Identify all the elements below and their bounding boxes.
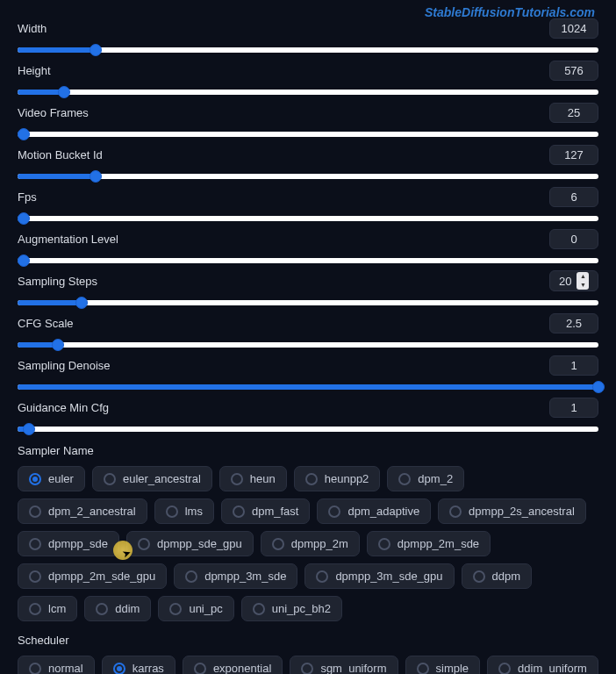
sampling_steps-stepper[interactable]: ▲▼ — [577, 272, 589, 290]
sampler-option-ddpm[interactable]: ddpm — [462, 563, 533, 589]
radio-dot-icon — [305, 473, 318, 485]
scheduler-label: Scheduler — [18, 634, 598, 647]
radio-dot-icon — [316, 570, 328, 583]
sampler-option-dpmpp_2m_sde_gpu[interactable]: dpmpp_2m_sde_gpu — [18, 563, 167, 589]
sampling_denoise-label: Sampling Denoise — [18, 359, 111, 372]
radio-dot-icon — [378, 538, 390, 550]
scheduler-radio-group: normalkarrasexponentialsgm_uniformsimple… — [18, 656, 598, 674]
radio-dot-icon — [194, 663, 206, 675]
sampler-option-ddim[interactable]: ddim — [84, 596, 151, 621]
guidance_min_cfg-label: Guidance Min Cfg — [18, 401, 109, 414]
scheduler-option-normal[interactable]: normal — [18, 656, 95, 674]
sampler-option-dpmpp_sde[interactable]: dpmpp_sde — [18, 531, 119, 556]
sampler-option-dpmpp_3m_sde[interactable]: dpmpp_3m_sde — [174, 563, 297, 589]
height-value[interactable]: 576 — [549, 61, 598, 81]
cfg_scale-label: CFG Scale — [18, 317, 74, 330]
radio-dot-icon — [185, 570, 197, 583]
motion_bucket-value[interactable]: 127 — [549, 145, 598, 165]
sampling_steps-value[interactable]: 20▲▼ — [549, 270, 598, 291]
cfg_scale-value[interactable]: 2.5 — [549, 313, 598, 333]
radio-dot-icon — [231, 473, 243, 485]
radio-dot-icon — [29, 473, 41, 485]
height-slider[interactable] — [18, 90, 598, 95]
radio-dot-icon — [272, 538, 284, 550]
radio-dot-icon — [138, 538, 150, 550]
sampler-option-lcm[interactable]: lcm — [18, 596, 77, 621]
cfg_scale-slider[interactable] — [18, 342, 598, 348]
watermark: StableDiffusionTutorials.com — [425, 5, 595, 19]
sampler-radio-group: eulereuler_ancestralheunheunpp2dpm_2dpm_… — [18, 466, 598, 621]
sampler-option-dpm_fast[interactable]: dpm_fast — [221, 498, 310, 524]
fps-row: Fps6 — [18, 186, 598, 221]
radio-dot-icon — [417, 663, 429, 675]
scheduler-option-simple[interactable]: simple — [405, 656, 481, 674]
sampler-option-dpm_adaptive[interactable]: dpm_adaptive — [317, 498, 431, 524]
sampler-option-uni_pc[interactable]: uni_pc — [158, 596, 233, 621]
width-label: Width — [18, 22, 47, 35]
fps-slider[interactable] — [18, 216, 598, 221]
aug_level-label: Augmentation Level — [18, 233, 118, 246]
motion_bucket-slider[interactable] — [18, 174, 598, 179]
motion_bucket-row: Motion Bucket Id127 — [18, 144, 598, 179]
scheduler-option-sgm_uniform[interactable]: sgm_uniform — [290, 656, 398, 674]
scheduler-option-karras[interactable]: karras — [102, 656, 175, 674]
radio-dot-icon — [169, 603, 182, 615]
sampler-option-dpmpp_2m_sde[interactable]: dpmpp_2m_sde — [367, 531, 491, 556]
scheduler-option-exponential[interactable]: exponential — [183, 656, 283, 674]
sampler-option-dpmpp_2m[interactable]: dpmpp_2m — [261, 531, 360, 556]
width-slider[interactable] — [18, 47, 598, 53]
sampling_steps-label: Sampling Steps — [18, 275, 97, 288]
radio-dot-icon — [113, 663, 125, 675]
guidance_min_cfg-slider[interactable] — [18, 427, 598, 432]
sampler-name-label: Sampler Name — [18, 444, 598, 457]
aug_level-slider[interactable] — [18, 258, 598, 263]
sampler-option-dpmpp_3m_sde_gpu[interactable]: dpmpp_3m_sde_gpu — [304, 563, 454, 589]
video_frames-value[interactable]: 25 — [549, 103, 598, 123]
radio-dot-icon — [29, 570, 41, 583]
motion_bucket-label: Motion Bucket Id — [18, 148, 103, 161]
sampler-option-dpmpp_2s_ancestral[interactable]: dpmpp_2s_ancestral — [438, 498, 586, 524]
cfg_scale-row: CFG Scale2.5 — [18, 312, 598, 348]
radio-dot-icon — [96, 603, 108, 615]
sampling_denoise-value[interactable]: 1 — [549, 355, 598, 376]
sampling_denoise-slider[interactable] — [18, 384, 598, 390]
sampler-option-heunpp2[interactable]: heunpp2 — [294, 466, 381, 491]
radio-dot-icon — [29, 506, 41, 518]
sampler-option-euler_ancestral[interactable]: euler_ancestral — [92, 466, 212, 491]
sampler-option-dpmpp_sde_gpu[interactable]: dpmpp_sde_gpu — [126, 531, 254, 556]
radio-dot-icon — [253, 603, 265, 615]
radio-dot-icon — [473, 570, 485, 583]
aug_level-value[interactable]: 0 — [549, 229, 598, 249]
radio-dot-icon — [166, 506, 178, 518]
fps-value[interactable]: 6 — [549, 187, 598, 207]
guidance_min_cfg-row: Guidance Min Cfg1 — [18, 397, 598, 432]
sampling_steps-slider[interactable] — [18, 300, 598, 305]
radio-dot-icon — [29, 603, 41, 615]
radio-dot-icon — [29, 538, 41, 550]
sampling_steps-row: Sampling Steps20▲▼ — [18, 270, 598, 305]
height-label: Height — [18, 64, 51, 77]
radio-dot-icon — [328, 506, 340, 518]
sampler-option-dpm_2_ancestral[interactable]: dpm_2_ancestral — [18, 498, 147, 524]
height-row: Height576 — [18, 60, 598, 95]
video_frames-row: Video Frames25 — [18, 102, 598, 137]
radio-dot-icon — [104, 473, 116, 485]
radio-dot-icon — [398, 473, 411, 485]
video_frames-slider[interactable] — [18, 132, 598, 137]
radio-dot-icon — [498, 663, 511, 675]
sampler-option-heun[interactable]: heun — [219, 466, 287, 491]
scheduler-option-ddim_uniform[interactable]: ddim_uniform — [487, 656, 598, 674]
sampling_denoise-row: Sampling Denoise1 — [18, 355, 598, 390]
radio-dot-icon — [301, 663, 313, 675]
width-row: Width1024 — [18, 18, 598, 53]
fps-label: Fps — [18, 190, 37, 204]
radio-dot-icon — [233, 506, 245, 518]
guidance_min_cfg-value[interactable]: 1 — [549, 398, 598, 418]
sampler-option-lms[interactable]: lms — [154, 498, 214, 524]
sampler-option-euler[interactable]: euler — [18, 466, 85, 491]
radio-dot-icon — [449, 506, 462, 518]
video_frames-label: Video Frames — [18, 106, 89, 119]
sampler-option-uni_pc_bh2[interactable]: uni_pc_bh2 — [241, 596, 342, 621]
width-value[interactable]: 1024 — [549, 18, 598, 39]
sampler-option-dpm_2[interactable]: dpm_2 — [387, 466, 464, 491]
